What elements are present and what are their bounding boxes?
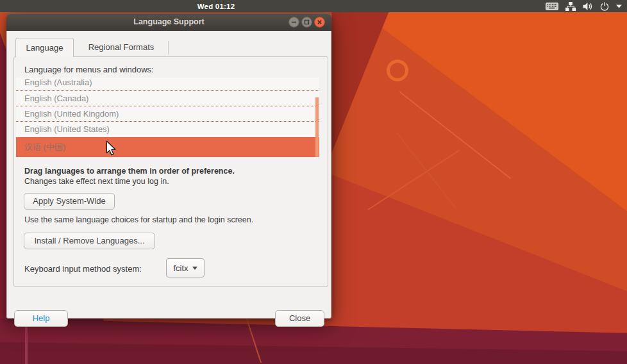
apply-hint: Use the same language choices for startu… — [24, 215, 253, 224]
minimize-button[interactable] — [288, 17, 299, 28]
window-body: Language Regional Formats Language for m… — [6, 31, 331, 318]
window-title: Language Support — [6, 13, 331, 31]
close-button[interactable] — [314, 17, 325, 28]
system-tray[interactable] — [546, 0, 622, 12]
power-icon[interactable] — [600, 2, 609, 11]
wallpaper-ring-motif — [387, 60, 408, 81]
drag-hint: Changes take effect next time you log in… — [24, 177, 169, 186]
ime-system-dropdown[interactable]: fcitx — [166, 258, 205, 277]
ime-system-label: Keyboard input method system: — [24, 264, 142, 274]
window-titlebar[interactable]: Language Support — [6, 13, 331, 31]
language-list: English (Australia) English (Canada) Eng… — [16, 78, 319, 157]
list-item-english-uk[interactable]: English (United Kingdom) — [16, 106, 319, 122]
list-item-english-canada[interactable]: English (Canada) — [16, 91, 319, 106]
language-tab-page: Language for menus and windows: English … — [13, 56, 328, 287]
volume-icon[interactable] — [583, 2, 593, 11]
caret-down-icon[interactable] — [616, 4, 622, 8]
list-scrollbar[interactable] — [315, 97, 319, 157]
ime-system-value: fcitx — [173, 263, 188, 273]
list-item-english-australia[interactable]: English (Australia) — [16, 78, 319, 91]
close-dialog-button[interactable]: Close — [275, 310, 324, 327]
top-panel: Wed 01:12 — [0, 0, 627, 12]
language-list-label: Language for menus and windows: — [24, 65, 154, 74]
tab-language[interactable]: Language — [15, 38, 74, 57]
list-item-chinese-selected[interactable]: 汉语 (中国) — [16, 137, 319, 157]
drag-hint-bold: Drag languages to arrange them in order … — [24, 167, 235, 176]
maximize-button[interactable] — [301, 17, 312, 28]
keyboard-icon[interactable] — [546, 3, 558, 10]
clock[interactable]: Wed 01:12 — [192, 3, 240, 10]
language-support-window: Language Support Language Regional Forma… — [6, 13, 331, 318]
apply-system-wide-button[interactable]: Apply System-Wide — [24, 193, 115, 210]
network-icon[interactable] — [565, 2, 576, 11]
tab-regional-formats[interactable]: Regional Formats — [74, 38, 168, 56]
list-item-english-us[interactable]: English (United States) — [16, 122, 319, 137]
install-remove-languages-button[interactable]: Install / Remove Languages... — [24, 233, 155, 249]
help-button[interactable]: Help — [14, 310, 68, 327]
dropdown-caret-icon — [192, 267, 197, 270]
tab-separator — [168, 41, 169, 54]
